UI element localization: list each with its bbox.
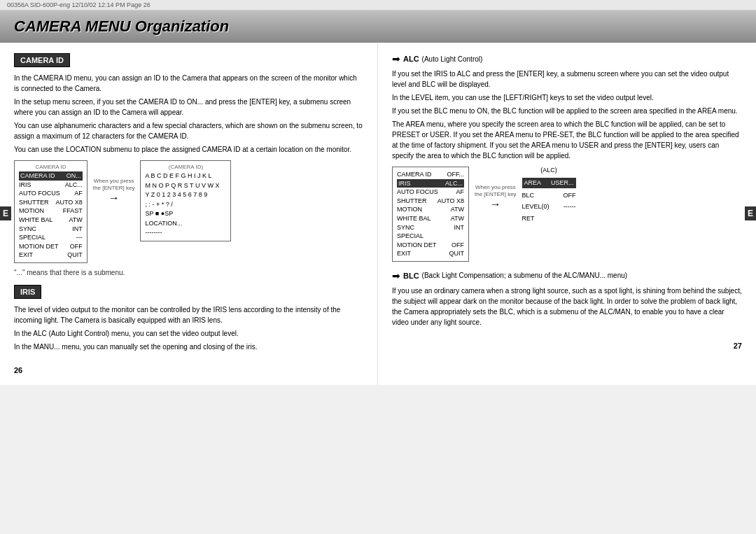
- alc-sub-level: LEVEL(0)------: [522, 202, 576, 211]
- menu-item-special: SPECIAL---: [19, 233, 83, 242]
- alc-text: If you set the IRIS to ALC and press the…: [392, 69, 742, 161]
- menu-item-whitebal: WHITE BALATW: [19, 216, 83, 225]
- camera-id-diagram: CAMERA ID CAMERA IDON... IRISALC... AUTO…: [14, 160, 363, 263]
- camera-id-menu-box: CAMERA ID CAMERA IDON... IRISALC... AUTO…: [14, 160, 88, 263]
- menu-item-motion: MOTIONFFAST: [19, 206, 83, 216]
- char-line-5: SP ■ ●SP: [145, 209, 226, 219]
- main-title: CAMERA MENU Organization: [14, 17, 229, 36]
- page-header: 00356A SID-600P-eng 12/10/02 12:14 PM Pa…: [0, 0, 756, 10]
- blc-text: If you use an ordinary camera when a str…: [392, 286, 742, 328]
- alc-sub-area: AREAUSER...: [522, 178, 576, 188]
- alc-section: ➡ ALC (Auto Light Control) If you set th…: [392, 53, 742, 262]
- menu-item-motiondet: MOTION DETOFF: [19, 242, 83, 251]
- alc-right-boxes: (ALC) AREAUSER... BLCOFF LEVEL(0)------ …: [522, 167, 576, 223]
- press-label-left: When you pressthe [ENTER] key: [93, 178, 135, 192]
- camera-id-box-title: CAMERA ID: [19, 164, 83, 170]
- right-side-marker: E: [745, 206, 756, 220]
- submenu-note: "..." means that there is a submenu.: [14, 269, 363, 276]
- menu-item-autofocus: AUTO FOCUSAF: [19, 189, 83, 198]
- alc-item-shutter: SHUTTERAUTO X8: [397, 197, 464, 206]
- camera-id-header: CAMERA ID: [14, 53, 70, 67]
- char-line-4: ; : - + * ? /: [145, 200, 226, 210]
- alc-item-motion: MOTIONATW: [397, 205, 464, 214]
- char-line-7: --------: [145, 228, 226, 238]
- menu-item-iris: IRISALC...: [19, 181, 83, 190]
- alc-item-sync: SYNCINT: [397, 223, 464, 232]
- alc-item-cameraid: CAMERA IDOFF...: [397, 170, 464, 179]
- blc-subtitle: (Back Light Compensation; a submenu of t…: [422, 272, 627, 279]
- main-title-bar: CAMERA MENU Organization: [0, 10, 756, 43]
- arrow-right-alc-icon: →: [490, 199, 501, 210]
- left-column: E CAMERA ID In the CAMERA ID menu, you c…: [0, 43, 378, 385]
- alc-item-motiondet: MOTION DETOFF: [397, 241, 464, 250]
- alc-item-special: SPECIAL: [397, 232, 464, 241]
- alc-menu-box: CAMERA IDOFF... IRISALC... AUTO FOCUSAF …: [392, 167, 469, 262]
- iris-section: IRIS The level of video output to the mo…: [14, 285, 363, 352]
- iris-header: IRIS: [14, 285, 41, 299]
- press-arrow-right: When you pressthe [ENTER] key →: [475, 167, 517, 210]
- blc-title: BLC: [403, 272, 419, 280]
- camera-id-text: In the CAMERA ID menu, you can assign an…: [14, 73, 363, 155]
- press-label-right: When you pressthe [ENTER] key: [475, 184, 517, 199]
- alc-diagram: CAMERA IDOFF... IRISALC... AUTO FOCUSAF …: [392, 167, 742, 262]
- alc-title: ALC: [403, 55, 419, 63]
- left-side-marker: E: [0, 206, 11, 220]
- alc-item-whitebal: WHITE BALATW: [397, 214, 464, 223]
- char-line-6: LOCATION...: [145, 219, 226, 229]
- alc-sub-ret: RET: [522, 214, 576, 223]
- char-box-title: (CAMERA ID): [145, 164, 226, 170]
- blc-section: ➡ BLC (Back Light Compensation; a submen…: [392, 270, 742, 328]
- alc-box-title: (ALC): [522, 167, 576, 174]
- blc-header-row: ➡ BLC (Back Light Compensation; a submen…: [392, 270, 742, 281]
- alc-arrow-icon: ➡: [392, 53, 400, 64]
- page-number-right: 27: [392, 342, 742, 350]
- alc-item-autofocus: AUTO FOCUSAF: [397, 188, 464, 197]
- alc-item-iris: IRISALC...: [397, 179, 464, 188]
- char-line-2: M N O P Q R S T U V W X: [145, 181, 226, 191]
- char-box: (CAMERA ID) A B C D E F G H I J K L M N …: [140, 160, 231, 241]
- char-line-3: Y Z 0 1 2 3 4 5 6 7 8 9: [145, 190, 226, 200]
- page-number-left: 26: [14, 366, 363, 374]
- press-arrow-left: When you pressthe [ENTER] key →: [93, 160, 135, 204]
- camera-id-section: CAMERA ID In the CAMERA ID menu, you can…: [14, 53, 363, 276]
- iris-text: The level of video output to the monitor…: [14, 304, 363, 352]
- menu-item-camera-id: CAMERA IDON...: [19, 171, 83, 181]
- arrow-right-icon: →: [108, 192, 120, 204]
- alc-subtitle: (Auto Light Control): [422, 55, 483, 63]
- menu-item-sync: SYNCINT: [19, 225, 83, 234]
- right-column: E ➡ ALC (Auto Light Control) If you set …: [378, 43, 756, 385]
- alc-item-exit: EXITQUIT: [397, 249, 464, 258]
- menu-item-shutter: SHUTTERAUTO X8: [19, 198, 83, 207]
- blc-arrow-icon: ➡: [392, 270, 400, 281]
- menu-item-exit: EXITQUIT: [19, 251, 83, 260]
- alc-header-row: ➡ ALC (Auto Light Control): [392, 53, 742, 64]
- header-text: 00356A SID-600P-eng 12/10/02 12:14 PM Pa…: [7, 1, 150, 8]
- char-line-1: A B C D E F G H I J K L: [145, 171, 226, 181]
- alc-sub-blc: BLCOFF: [522, 191, 576, 200]
